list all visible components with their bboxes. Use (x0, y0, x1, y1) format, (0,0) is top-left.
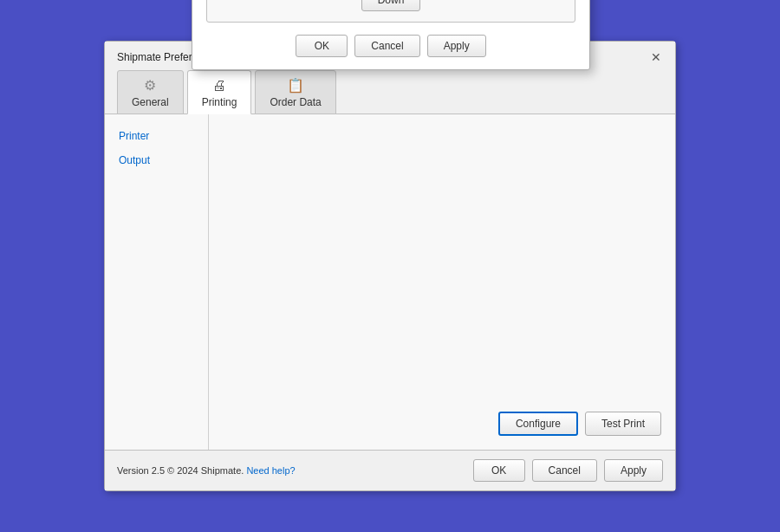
dialog-ok-button[interactable]: OK (296, 35, 348, 57)
configure-button[interactable]: Configure (498, 412, 578, 436)
bottom-buttons: OK Cancel Apply (473, 459, 663, 482)
tab-general[interactable]: General (117, 70, 184, 114)
cancel-button[interactable]: Cancel (532, 459, 597, 482)
main-window: Shipmate Preferences ✕ General Printing … (104, 41, 676, 491)
bottom-bar: Version 2.5 © 2024 Shipmate. Need help? … (105, 450, 675, 490)
config-row: Configure Test Print (223, 412, 661, 436)
main-panel: Configure Test Print Thermal Printer Con… (209, 114, 675, 450)
sidebar-item-output[interactable]: Output (105, 149, 208, 172)
close-button[interactable]: ✕ (649, 50, 663, 64)
dialog-apply-button[interactable]: Apply (427, 35, 486, 57)
test-print-button[interactable]: Test Print (585, 412, 661, 436)
general-icon (144, 76, 156, 94)
tab-printing-label: Printing (202, 96, 237, 108)
printing-icon (212, 76, 226, 94)
spacer (223, 128, 661, 394)
dialog-content: Thermal Printer Configuration Up Left (192, 0, 589, 69)
ok-button[interactable]: OK (473, 459, 525, 482)
orderdata-icon (287, 76, 304, 94)
dpad-down-row: Down (361, 0, 421, 11)
version-info: Version 2.5 © 2024 Shipmate. Need help? (117, 465, 296, 476)
tab-orderdata[interactable]: Order Data (255, 70, 335, 114)
dpad-container: Up Left Top: -10 Right: 10 Right (221, 0, 561, 11)
help-link[interactable]: Need help? (246, 465, 295, 476)
dialog-cancel-button[interactable]: Cancel (354, 35, 419, 57)
dialog-section: Thermal Printer Configuration Up Left (206, 0, 575, 23)
tab-general-label: General (132, 96, 169, 108)
sidebar: Printer Output (105, 114, 209, 450)
tab-bar: General Printing Order Data (105, 69, 675, 114)
sidebar-item-printer[interactable]: Printer (105, 125, 208, 147)
tab-printing[interactable]: Printing (187, 70, 252, 114)
thermal-config-dialog: Thermal Printer Configuration Thermal Pr… (192, 0, 590, 70)
dialog-buttons: OK Cancel Apply (206, 35, 575, 57)
version-text: Version 2.5 © 2024 Shipmate. (117, 465, 244, 476)
content-area: Printer Output Configure Test Print (105, 114, 675, 450)
apply-button[interactable]: Apply (604, 459, 663, 482)
tab-orderdata-label: Order Data (270, 96, 321, 108)
down-button[interactable]: Down (361, 0, 421, 11)
